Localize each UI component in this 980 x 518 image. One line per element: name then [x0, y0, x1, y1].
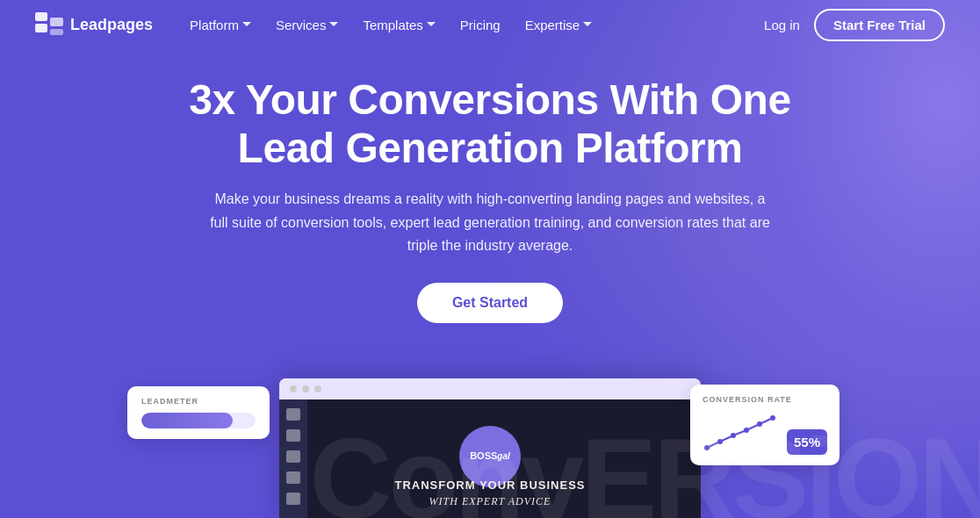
- nav-services[interactable]: Services: [265, 11, 349, 40]
- nav-pricing[interactable]: Pricing: [450, 11, 511, 40]
- hero-section: 3x Your Conversions With One Lead Genera…: [0, 49, 980, 323]
- sidebar-icon-3: [286, 450, 300, 463]
- browser-dot-3: [314, 385, 321, 392]
- svg-rect-3: [50, 29, 63, 35]
- trial-button[interactable]: Start Free Trial: [814, 9, 945, 41]
- leadmeter-fill: [141, 413, 233, 428]
- browser-bar: [279, 378, 701, 399]
- nav-right: Log in Start Free Trial: [764, 9, 945, 41]
- sidebar-icon-2: [286, 429, 300, 442]
- leadmeter-label: LEADMETER: [141, 397, 256, 406]
- expertise-chevron-icon: [583, 22, 592, 27]
- conversion-chart-svg: [703, 411, 782, 455]
- svg-point-7: [744, 428, 749, 433]
- svg-rect-0: [35, 12, 47, 21]
- svg-point-6: [731, 433, 736, 438]
- mockup-area: BOSS gal TRANSFORM YOUR BUSINESS with EX…: [0, 342, 980, 518]
- svg-point-9: [770, 415, 775, 421]
- conversion-card: CONVERSION RATE 55%: [690, 385, 839, 465]
- login-button[interactable]: Log in: [764, 18, 800, 32]
- conversion-label: CONVERSION RATE: [703, 395, 827, 404]
- nav-templates[interactable]: Templates: [352, 11, 445, 40]
- templates-chevron-icon: [427, 22, 436, 27]
- svg-point-8: [757, 421, 762, 427]
- brand-name: Leadpages: [70, 16, 153, 34]
- leadmeter-card: LEADMETER: [127, 386, 270, 439]
- browser-content: BOSS gal TRANSFORM YOUR BUSINESS with EX…: [279, 399, 701, 518]
- sidebar-icon-1: [286, 408, 300, 421]
- conversion-chart-area: 55%: [703, 411, 827, 455]
- svg-point-4: [704, 445, 710, 450]
- platform-chevron-icon: [242, 22, 251, 27]
- svg-rect-1: [35, 24, 47, 32]
- services-chevron-icon: [329, 22, 338, 27]
- hero-title: 3x Your Conversions With One Lead Genera…: [174, 76, 806, 172]
- browser-dot-1: [290, 385, 297, 392]
- browser-mockup: BOSS gal TRANSFORM YOUR BUSINESS with EX…: [279, 378, 701, 518]
- svg-point-5: [717, 439, 723, 444]
- navbar: Leadpages Platform Services Templates Pr…: [0, 0, 980, 49]
- leadmeter-bar: [141, 413, 256, 428]
- brand-logo[interactable]: Leadpages: [35, 12, 153, 37]
- cta-button[interactable]: Get Started: [417, 283, 563, 323]
- hero-subtitle: Make your business dreams a reality with…: [209, 188, 771, 257]
- nav-links: Platform Services Templates Pricing Expe…: [179, 11, 764, 40]
- browser-dot-2: [302, 385, 309, 392]
- nav-platform[interactable]: Platform: [179, 11, 262, 40]
- nav-expertise[interactable]: Expertise: [515, 11, 603, 40]
- svg-rect-2: [50, 18, 63, 26]
- conversion-percent: 55%: [787, 429, 827, 455]
- browser-headline: TRANSFORM YOUR BUSINESS with EXPERT ADVI…: [279, 478, 701, 509]
- logo-icon: [35, 12, 63, 37]
